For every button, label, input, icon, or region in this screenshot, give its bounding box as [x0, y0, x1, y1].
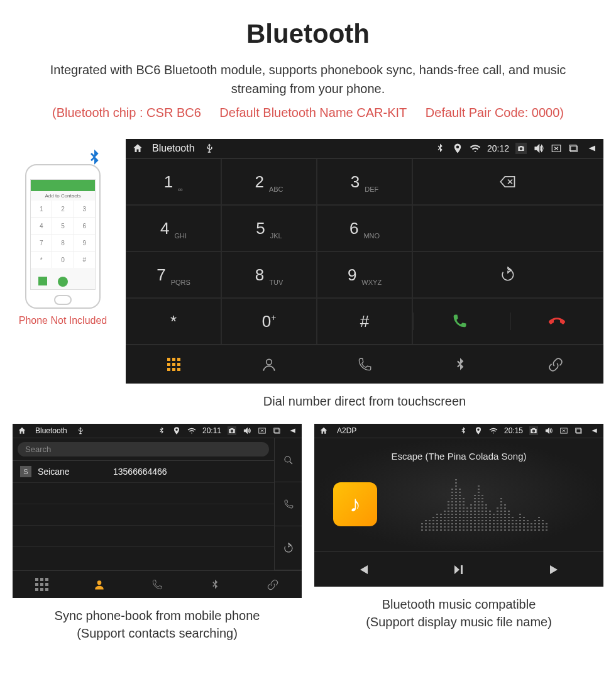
phonebook-panel: Bluetooth 20:11 Se: [13, 424, 302, 598]
close-screen-icon[interactable]: [551, 143, 562, 154]
home-icon[interactable]: [319, 426, 328, 435]
track-title: Escape (The Pina Colada Song): [327, 451, 591, 462]
hangup-button[interactable]: [510, 313, 603, 330]
phone-caption: Phone Not Included: [13, 315, 113, 326]
play-pause-button[interactable]: [410, 552, 507, 587]
home-icon[interactable]: [18, 426, 26, 435]
recent-apps-icon[interactable]: [273, 426, 282, 435]
recent-apps-icon[interactable]: [575, 426, 583, 435]
usb-icon: [204, 143, 215, 154]
phone-outline-icon: [151, 578, 163, 591]
camera-icon[interactable]: [529, 426, 538, 435]
dialer-caption: Dial number direct from touchscreen: [126, 384, 603, 424]
grid-icon: [35, 578, 48, 591]
bluetooth-icon: [209, 578, 221, 591]
nav-recent-calls[interactable]: [317, 345, 412, 384]
nav-recent-calls[interactable]: [128, 571, 186, 598]
clock: 20:11: [202, 426, 221, 435]
key-1[interactable]: 1∞: [126, 158, 221, 205]
call-button[interactable]: [413, 313, 505, 330]
statusbar-title: Bluetooth: [152, 143, 195, 154]
key-7[interactable]: 7PQRS: [126, 252, 221, 298]
back-icon[interactable]: [590, 426, 598, 435]
prev-track-button[interactable]: [314, 552, 410, 587]
backspace-icon: [499, 173, 517, 191]
dial-keypad: 1∞2ABC3DEF4GHI5JKL6MNO7PQRS8TUV9WXYZ*0+#: [126, 158, 603, 345]
location-icon: [474, 426, 483, 435]
play-pause-icon: [451, 562, 466, 577]
nav-contacts[interactable]: [221, 345, 317, 384]
statusbar-title: A2DP: [337, 426, 356, 435]
statusbar: Bluetooth 20:12: [126, 139, 603, 158]
contact-badge: S: [20, 466, 31, 477]
spec-name: Default Bluetooth Name CAR-KIT: [219, 106, 407, 119]
back-icon[interactable]: [586, 143, 597, 154]
call-button[interactable]: [275, 482, 302, 526]
music-caption: Bluetooth music compatible (Support disp…: [314, 587, 603, 645]
key-6[interactable]: 6MNO: [317, 205, 412, 252]
link-icon: [267, 578, 279, 591]
dialer-panel: Bluetooth 20:12 1∞2ABC3DEF4GHI5JKL6MNO7P…: [126, 139, 603, 384]
wifi-icon: [187, 426, 196, 435]
key-0[interactable]: 0+: [221, 298, 317, 345]
refresh-button[interactable]: [275, 526, 302, 570]
usb-icon: [76, 426, 85, 435]
nav-bluetooth[interactable]: [412, 345, 508, 384]
redial-button[interactable]: [412, 252, 603, 298]
key-8[interactable]: 8TUV: [221, 252, 317, 298]
close-screen-icon[interactable]: [559, 426, 568, 435]
recent-apps-icon[interactable]: [568, 143, 580, 154]
back-icon[interactable]: [288, 426, 297, 435]
contact-number: 13566664466: [113, 467, 167, 477]
prev-icon: [355, 562, 370, 577]
clock: 20:12: [487, 143, 509, 153]
key-*[interactable]: *: [126, 298, 221, 345]
bluetooth-icon: [84, 148, 104, 173]
nav-link[interactable]: [508, 345, 603, 384]
nav-keypad[interactable]: [13, 571, 70, 598]
page-subtitle: Integrated with BC6 Bluetooth module, su…: [25, 60, 591, 98]
phonebook-caption: Sync phone-book from mobile phone (Suppo…: [13, 598, 302, 656]
key-9[interactable]: 9WXYZ: [317, 252, 412, 298]
refresh-icon: [500, 267, 516, 283]
volume-icon[interactable]: [544, 426, 553, 435]
camera-icon[interactable]: [228, 426, 236, 435]
spec-chip: (Bluetooth chip : CSR BC6: [52, 106, 201, 119]
next-track-button[interactable]: [507, 552, 603, 587]
nav-bluetooth[interactable]: [186, 571, 244, 598]
music-panel: A2DP 20:15 Escape (The Pina Colada Song)…: [314, 424, 603, 587]
clock: 20:15: [504, 426, 523, 435]
key-4[interactable]: 4GHI: [126, 205, 221, 252]
search-input[interactable]: Search: [18, 442, 269, 456]
key-#[interactable]: #: [317, 298, 412, 345]
volume-icon[interactable]: [243, 426, 251, 435]
equalizer-visual: [377, 474, 591, 531]
page-title: Bluetooth: [25, 19, 591, 49]
nav-link[interactable]: [244, 571, 302, 598]
bluetooth-status-icon: [459, 426, 468, 435]
contact-row[interactable]: S Seicane 13566664466: [13, 461, 274, 483]
location-icon: [172, 426, 181, 435]
nav-keypad[interactable]: [126, 345, 221, 384]
key-3[interactable]: 3DEF: [317, 158, 412, 205]
search-button[interactable]: [275, 438, 302, 482]
close-screen-icon[interactable]: [258, 426, 267, 435]
backspace-button[interactable]: [412, 158, 603, 205]
phone-illustration: Add to Contacts 123 456 789 *0#: [25, 164, 101, 309]
spacer: [412, 205, 603, 252]
nav-contacts[interactable]: [70, 571, 128, 598]
phone-outline-icon: [283, 499, 294, 510]
search-icon: [283, 455, 294, 466]
wifi-icon: [489, 426, 498, 435]
person-icon: [93, 578, 106, 591]
contact-name: Seicane: [38, 467, 113, 477]
link-icon: [547, 357, 564, 373]
location-icon: [452, 143, 463, 154]
home-icon[interactable]: [132, 143, 143, 154]
key-5[interactable]: 5JKL: [221, 205, 317, 252]
key-2[interactable]: 2ABC: [221, 158, 317, 205]
volume-icon[interactable]: [533, 143, 544, 154]
album-art-icon: ♪: [333, 482, 377, 526]
refresh-icon: [283, 543, 294, 554]
camera-icon[interactable]: [515, 143, 527, 154]
